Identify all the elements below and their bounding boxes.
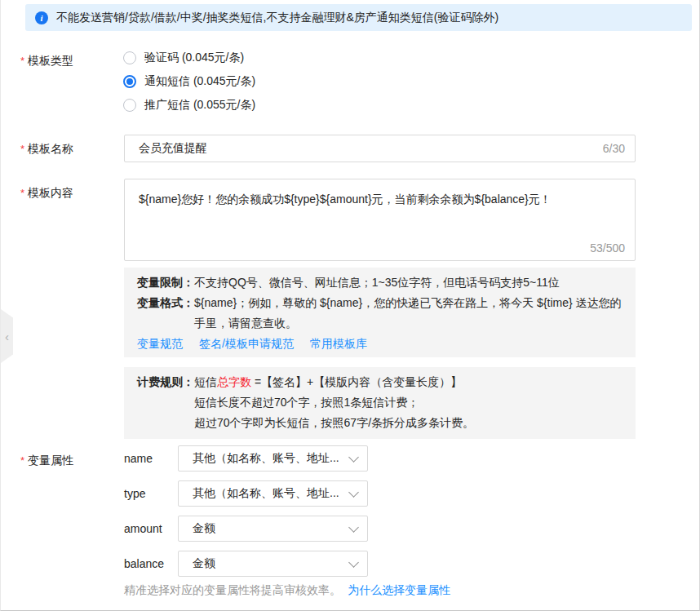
name-char-counter: 6/30 xyxy=(603,142,625,155)
template-name-field: 6/30 xyxy=(124,135,636,162)
template-type-radio-group: 验证码 (0.045元/条) 通知短信 (0.045元/条) 推广短信 (0.0… xyxy=(123,50,255,121)
variable-format-text: ${name}；例如，尊敬的 ${name}，您的快递已飞奔在路上，将今天 ${… xyxy=(194,293,622,334)
sms-template-form-page: i 不能发送营销/贷款/借款/中奖/抽奖类短信,不支持金融理财&房产通知类短信(… xyxy=(0,0,700,611)
variable-limit-label: 变量限制： xyxy=(137,272,194,293)
required-asterisk: * xyxy=(20,143,24,155)
var-type-select[interactable]: 其他（如名称、账号、地址... xyxy=(178,480,368,507)
required-asterisk: * xyxy=(20,454,24,467)
chevron-down-icon xyxy=(348,452,359,463)
template-content-field: ${name}您好！您的余额成功${type}${amount}元，当前剩余余额… xyxy=(124,179,636,261)
common-template-library-link[interactable]: 常用模板库 xyxy=(310,334,367,354)
var-type-label: type xyxy=(124,487,178,500)
variable-format-row: 变量格式： ${name}；例如，尊敬的 ${name}，您的快递已飞奔在路上，… xyxy=(137,293,622,334)
var-amount-label: amount xyxy=(124,522,178,535)
var-amount-select[interactable]: 金额 xyxy=(178,516,368,542)
why-choose-variable-attr-link[interactable]: 为什么选择变量属性 xyxy=(348,583,450,596)
variable-links-row: 变量规范 签名/模板申请规范 常用模板库 xyxy=(137,334,622,354)
radio-checked-icon xyxy=(123,75,136,88)
template-type-label: *模板类型 xyxy=(20,52,73,69)
template-content-textarea[interactable]: ${name}您好！您的余额成功${type}${amount}元，当前剩余余额… xyxy=(125,179,635,260)
variable-spec-link[interactable]: 变量规范 xyxy=(137,334,183,354)
billing-rule-line2: 短信长度不超过70个字，按照1条短信计费； xyxy=(194,392,622,413)
var-balance-select[interactable]: 金额 xyxy=(178,551,368,577)
radio-notification-sms[interactable]: 通知短信 (0.045元/条) xyxy=(123,73,255,90)
var-balance-label: balance xyxy=(124,557,178,570)
content-char-counter: 53/500 xyxy=(590,241,625,255)
variable-limit-text: 不支持QQ号、微信号、网址信息；1~35位字符，但电话号码支持5~11位 xyxy=(194,272,622,293)
var-name-label: name xyxy=(124,452,178,465)
billing-rules-label: 计费规则： xyxy=(137,372,194,392)
variable-limit-row: 变量限制： 不支持QQ号、微信号、网址信息；1~35位字符，但电话号码支持5~1… xyxy=(137,272,622,293)
template-content-label: *模板内容 xyxy=(20,184,73,201)
var-attr-row-type: type 其他（如名称、账号、地址... xyxy=(124,480,368,507)
var-attr-row-amount: amount 金额 xyxy=(124,516,368,542)
required-asterisk: * xyxy=(20,187,24,199)
info-banner: i 不能发送营销/贷款/借款/中奖/抽奖类短信,不支持金融理财&房产通知类短信(… xyxy=(25,4,692,31)
template-name-input[interactable] xyxy=(139,142,603,155)
variable-attrs-label: *变量属性 xyxy=(20,452,73,468)
radio-icon xyxy=(123,99,136,112)
total-chars-highlight: 总字数 xyxy=(217,375,251,388)
billing-rule-row-1: 计费规则： 短信总字数 =【签名】+【模版内容（含变量长度）】 xyxy=(137,372,622,392)
required-asterisk: * xyxy=(20,55,24,67)
variable-rules-tipbox: 变量限制： 不支持QQ号、微信号、网址信息；1~35位字符，但电话号码支持5~1… xyxy=(124,268,636,357)
radio-promotion-sms[interactable]: 推广短信 (0.055元/条) xyxy=(123,97,255,113)
signature-template-spec-link[interactable]: 签名/模板申请规范 xyxy=(199,334,294,354)
var-attr-row-name: name 其他（如名称、账号、地址... xyxy=(124,445,368,472)
chevron-down-icon xyxy=(348,522,359,533)
billing-rules-tipbox: 计费规则： 短信总字数 =【签名】+【模版内容（含变量长度）】 短信长度不超过7… xyxy=(124,367,636,439)
info-icon: i xyxy=(35,11,48,24)
billing-rule-row-2: 短信长度不超过70个字，按照1条短信计费； xyxy=(137,392,622,413)
radio-icon xyxy=(123,51,136,64)
info-banner-text: 不能发送营销/贷款/借款/中奖/抽奖类短信,不支持金融理财&房产通知类短信(验证… xyxy=(56,11,498,25)
var-name-select[interactable]: 其他（如名称、账号、地址... xyxy=(178,445,368,472)
chevron-left-icon: ‹ xyxy=(5,330,9,343)
var-attr-row-balance: balance 金额 xyxy=(124,551,368,577)
radio-verification-code[interactable]: 验证码 (0.045元/条) xyxy=(123,50,255,66)
collapse-panel-handle[interactable]: ‹ xyxy=(1,309,13,363)
radio-label: 推广短信 (0.055元/条) xyxy=(144,98,255,113)
radio-label: 通知短信 (0.045元/条) xyxy=(144,74,255,89)
chevron-down-icon xyxy=(348,487,359,498)
variable-format-label: 变量格式： xyxy=(137,293,194,334)
variable-attr-hint: 精准选择对应的变量属性将提高审核效率。为什么选择变量属性 xyxy=(124,583,450,598)
chevron-down-icon xyxy=(348,557,359,568)
radio-label: 验证码 (0.045元/条) xyxy=(144,51,244,65)
billing-rule-formula: 短信总字数 =【签名】+【模版内容（含变量长度）】 xyxy=(194,372,622,392)
template-name-label: *模板名称 xyxy=(20,140,73,157)
billing-rule-row-3: 超过70个字即为长短信，按照67字/条拆分成多条计费。 xyxy=(137,413,622,433)
billing-rule-line3: 超过70个字即为长短信，按照67字/条拆分成多条计费。 xyxy=(194,413,622,433)
